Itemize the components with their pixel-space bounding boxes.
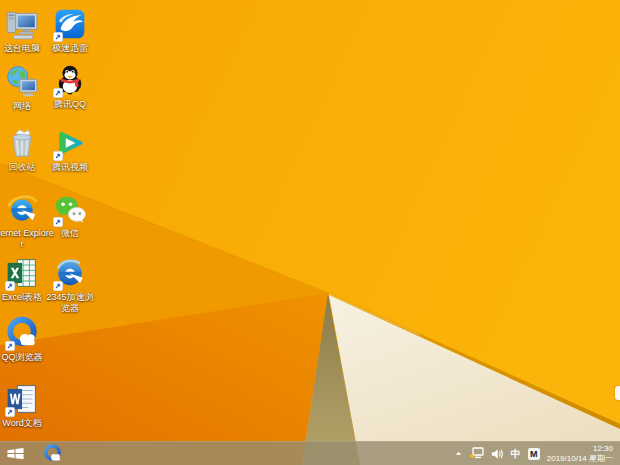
qq-browser-icon xyxy=(43,444,62,463)
icon-label: Excel表格 xyxy=(2,292,42,303)
desktop-icon-word[interactable]: Word文档 xyxy=(0,382,54,429)
speaker-icon xyxy=(491,448,504,460)
windows-start-icon xyxy=(7,447,24,460)
shortcut-arrow-icon xyxy=(5,341,15,351)
desktop-icon-tencent-video[interactable]: 腾讯视频 xyxy=(44,126,96,173)
computer-icon xyxy=(5,7,39,41)
recycle-bin-icon xyxy=(5,126,39,160)
start-button[interactable] xyxy=(0,442,30,465)
desktop-icon-qq-browser[interactable]: QQ浏览器 xyxy=(0,316,54,363)
shortcut-arrow-icon xyxy=(53,217,63,227)
network-icon xyxy=(5,65,39,99)
icon-label: 微信 xyxy=(61,228,79,239)
system-tray: 中 M 12:30 2019/10/14 星期一 xyxy=(454,442,620,465)
icon-label: 这台电脑 xyxy=(4,43,40,54)
volume-button[interactable] xyxy=(491,448,504,460)
desktop-icon-tencent-qq[interactable]: 腾讯QQ xyxy=(44,63,96,110)
shortcut-arrow-icon xyxy=(53,281,63,291)
desktop-icon-wechat[interactable]: 微信 xyxy=(44,192,96,239)
screen-edge-notch xyxy=(615,386,620,400)
shortcut-arrow-icon xyxy=(53,32,63,42)
taskbar: 中 M 12:30 2019/10/14 星期一 xyxy=(0,441,620,465)
icon-label: 腾讯视频 xyxy=(52,162,88,173)
icon-label: 网络 xyxy=(13,101,31,112)
icon-label: 回收站 xyxy=(9,162,36,173)
clock-time: 12:30 xyxy=(547,444,613,454)
internet-explorer-icon xyxy=(5,192,39,226)
shortcut-arrow-icon xyxy=(5,281,15,291)
clock-date: 2019/10/14 星期一 xyxy=(547,454,613,464)
icon-label: 2345加速浏览器 xyxy=(44,292,96,313)
icon-label: 腾讯QQ xyxy=(54,99,86,110)
icon-label: QQ浏览器 xyxy=(1,352,42,363)
ime-badge[interactable]: M xyxy=(528,448,540,460)
taskbar-qq-browser[interactable] xyxy=(39,442,65,465)
network-limited-icon xyxy=(470,447,484,460)
taskbar-clock[interactable]: 12:30 2019/10/14 星期一 xyxy=(547,444,613,463)
icon-label: Word文档 xyxy=(2,418,41,429)
shortcut-arrow-icon xyxy=(53,88,63,98)
shortcut-arrow-icon xyxy=(5,407,15,417)
network-status-button[interactable] xyxy=(470,447,484,460)
shortcut-arrow-icon xyxy=(53,151,63,161)
icon-label: 极速迅雷 xyxy=(52,43,88,54)
chevron-up-icon xyxy=(454,449,463,458)
desktop-icon-2345-browser[interactable]: 2345加速浏览器 xyxy=(44,256,96,313)
desktop[interactable]: 这台电脑 网络 xyxy=(0,0,620,465)
desktop-icon-xunlei[interactable]: 极速迅雷 xyxy=(44,7,96,54)
ime-language-indicator[interactable]: 中 xyxy=(511,448,521,460)
show-hidden-icons-button[interactable] xyxy=(454,449,463,458)
